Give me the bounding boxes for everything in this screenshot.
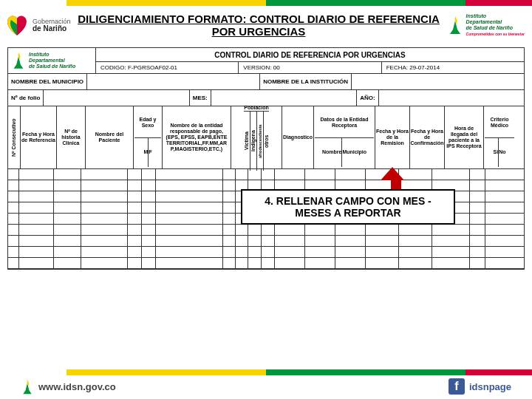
form-container: Instituto Departamental de Salud de Nari… xyxy=(7,47,525,270)
form-title: CONTROL DIARIO DE REFERENCIA POR URGENCI… xyxy=(96,48,524,61)
form-fecha: FECHA: 29-07-2014 xyxy=(382,62,524,73)
idsn-l1: Instituto xyxy=(466,13,525,19)
gobernacion-logo: Gobernación de Nariño xyxy=(4,14,71,36)
top-color-stripe xyxy=(0,0,532,6)
fh-l1: Instituto xyxy=(29,52,75,58)
table-row[interactable] xyxy=(8,225,524,236)
input-mes[interactable] xyxy=(211,90,357,106)
label-ano: AÑO: xyxy=(357,90,378,106)
callout-text: 4. RELLENAR CAMPO CON MES - MESES A REPO… xyxy=(241,189,455,225)
facebook-icon[interactable]: f xyxy=(449,378,465,395)
form-logo-cell: Instituto Departamental de Salud de Nari… xyxy=(8,48,96,73)
label-mes: MES: xyxy=(190,90,211,106)
flame-icon xyxy=(447,15,463,35)
idsn-logo-header: Instituto Departamental de Salud de Nari… xyxy=(447,13,525,37)
fh-l2: Departamental xyxy=(29,58,75,64)
idsn-l3: de Salud de Nariño xyxy=(466,25,525,31)
table-header: Nº Consecutivo Fecha y Hora de Referenci… xyxy=(8,106,524,169)
label-institucion: NOMBRE DE LA INSTITUCIÓN xyxy=(260,74,351,89)
col-consecutivo: Nº Consecutivo xyxy=(11,108,17,167)
col-fecha-confirm: Fecha y Hora de Confirmación xyxy=(410,106,445,168)
footer-url[interactable]: www.idsn.gov.co xyxy=(38,381,116,392)
form-codigo: CODIGO: F-PGRSOAF02-01 xyxy=(96,62,239,73)
label-municipio: NOMBRE DEL MUNICIPIO xyxy=(8,74,86,89)
input-municipio[interactable] xyxy=(86,74,260,89)
flame-icon xyxy=(11,51,26,70)
col-edad-sexo: Edad y Sexo MF xyxy=(134,106,163,168)
input-folio[interactable] xyxy=(43,90,189,106)
flame-icon xyxy=(21,378,34,395)
input-institucion[interactable] xyxy=(351,74,524,89)
col-fecha-ref: Fecha y Hora de Referencia xyxy=(21,106,57,168)
facebook-page[interactable]: idsnpage xyxy=(469,381,511,392)
col-criterio: Criterio Médico SiNo xyxy=(484,106,515,168)
col-entidad-pago: Nombre de la entidad responsable de pago… xyxy=(163,106,231,168)
callout-annotation: 4. RELLENAR CAMPO CON MES - MESES A REPO… xyxy=(241,189,455,225)
table-row[interactable] xyxy=(8,169,524,180)
input-ano[interactable] xyxy=(378,90,524,106)
footer: www.idsn.gov.co f idsnpage xyxy=(0,369,532,399)
col-diagnostico: Diagnostico xyxy=(282,106,314,168)
col-poblacion: Poblacion Victima Indigena afrodescendie… xyxy=(231,106,282,168)
table-row[interactable] xyxy=(8,258,524,269)
label-folio: Nº de folio xyxy=(8,90,43,106)
idsn-tag: Comprometidos con su bienestar xyxy=(466,31,525,37)
form-version: VERSION: 00 xyxy=(239,62,381,73)
header-bar: Gobernación de Nariño DILIGENCIAMIENTO F… xyxy=(0,6,532,44)
heart-icon xyxy=(4,14,30,36)
fh-l3: de Salud de Nariño xyxy=(29,64,75,69)
gob-bold: de Nariño xyxy=(33,25,71,32)
col-historia: Nº de historia Clinica xyxy=(57,106,86,168)
col-paciente: Nombre del Paciente xyxy=(86,106,134,168)
col-entidad-receptora: Datos de la Entidad Receptora NombreMuni… xyxy=(314,106,375,168)
idsn-l2: Departamental xyxy=(466,19,525,25)
col-hora-llegada: Hora de llegada del paciente a la IPS Re… xyxy=(445,106,484,168)
table-row[interactable] xyxy=(8,236,524,247)
col-fecha-remision: Fecha y Hora de la Remision xyxy=(375,106,410,168)
page-title: DILIGENCIAMIENTO FORMATO: CONTROL DIARIO… xyxy=(71,13,447,38)
table-row[interactable] xyxy=(8,247,524,258)
